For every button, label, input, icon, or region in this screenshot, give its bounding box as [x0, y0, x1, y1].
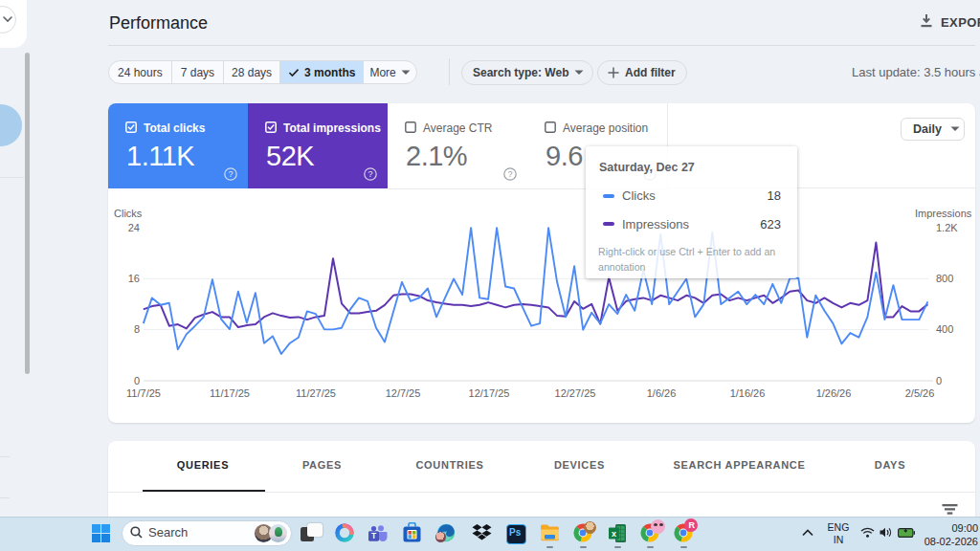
- svg-text:11/17/25: 11/17/25: [210, 387, 250, 399]
- svg-text:12/27/25: 12/27/25: [555, 387, 596, 399]
- svg-text:11/27/25: 11/27/25: [296, 387, 336, 399]
- svg-text:1/26/26: 1/26/26: [816, 387, 852, 399]
- svg-text:8: 8: [134, 323, 140, 335]
- svg-text:1/6/26: 1/6/26: [647, 387, 677, 399]
- svg-text:11/7/25: 11/7/25: [126, 387, 161, 399]
- svg-text:0: 0: [936, 375, 942, 386]
- svg-text:800: 800: [936, 273, 953, 284]
- svg-text:Clicks: Clicks: [114, 208, 143, 219]
- svg-text:1.2K: 1.2K: [936, 222, 958, 233]
- svg-text:12/17/25: 12/17/25: [469, 387, 510, 399]
- svg-text:?: ?: [228, 169, 233, 179]
- svg-text:0: 0: [134, 375, 140, 386]
- svg-text:Impressions: Impressions: [915, 208, 972, 219]
- svg-text:24: 24: [128, 222, 140, 233]
- svg-text:x: x: [612, 529, 616, 539]
- svg-text:16: 16: [128, 273, 140, 284]
- svg-text:12/7/25: 12/7/25: [386, 387, 421, 399]
- svg-text:1/16/26: 1/16/26: [730, 387, 766, 399]
- svg-text:?: ?: [507, 169, 512, 179]
- svg-text:?: ?: [368, 169, 372, 179]
- svg-text:2/5/26: 2/5/26: [905, 387, 935, 399]
- svg-text:T: T: [371, 531, 377, 540]
- svg-text:400: 400: [936, 323, 953, 335]
